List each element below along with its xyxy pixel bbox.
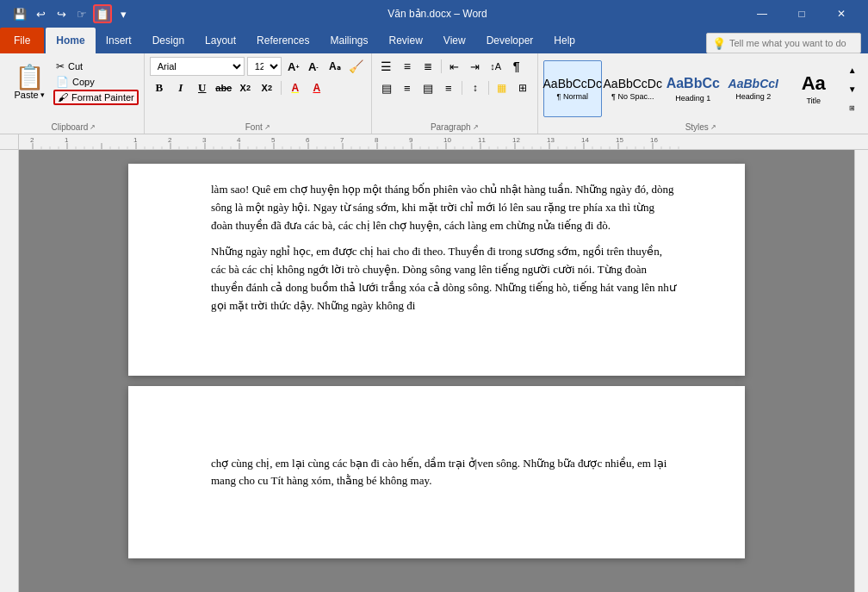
tab-layout[interactable]: Layout <box>195 28 246 53</box>
style-normal-label: ¶ Normal <box>557 92 588 101</box>
style-heading1[interactable]: AaBbCc Heading 1 <box>664 60 722 117</box>
style-title-label: Title <box>806 97 821 105</box>
tab-design[interactable]: Design <box>142 28 195 53</box>
superscript-button[interactable]: X2 <box>257 78 276 97</box>
styles-group: AaBbCcDc ¶ Normal AaBbCcDc ¶ No Spac... … <box>538 53 864 134</box>
italic-button[interactable]: I <box>171 78 190 97</box>
align-left-button[interactable]: ▤ <box>377 78 396 97</box>
style-heading2-preview: AaBbCcI <box>728 77 778 91</box>
style-normal[interactable]: AaBbCcDc ¶ Normal <box>543 60 602 117</box>
line-spacing-button[interactable]: ↕ <box>466 78 485 97</box>
borders-button[interactable]: ⊞ <box>513 78 532 97</box>
tab-insert[interactable]: Insert <box>96 28 142 53</box>
format-painter-button[interactable]: 🖌 Format Painter <box>53 90 139 105</box>
tab-help[interactable]: Help <box>543 28 586 53</box>
styles-scroll-down-button[interactable]: ▼ <box>846 80 859 97</box>
paragraph-3: chợ cùng chị, em lại cùng các bạn đi cào… <box>211 455 676 491</box>
strikethrough-button[interactable]: abc <box>214 78 233 97</box>
tab-developer[interactable]: Developer <box>476 28 544 53</box>
tab-review[interactable]: Review <box>378 28 432 53</box>
copy-button[interactable]: 📄 Copy <box>53 74 139 90</box>
ribbon-search-bar[interactable]: 💡 <box>706 33 861 53</box>
ruler-horizontal[interactable] <box>19 134 868 149</box>
ruler-side-left <box>0 134 19 149</box>
clipboard-group: 📋 Paste ▾ ✂ Cut 📄 Copy 🖌 Format Painter <box>3 53 145 134</box>
tab-home[interactable]: Home <box>46 28 95 53</box>
window-controls: — □ ✕ <box>742 0 861 28</box>
tab-mailings[interactable]: Mailings <box>319 28 378 53</box>
style-no-spacing[interactable]: AaBbCcDc ¶ No Spac... <box>604 60 662 117</box>
style-heading2[interactable]: AaBbCcI Heading 2 <box>724 60 783 117</box>
save-button[interactable]: 💾 <box>10 4 29 23</box>
more-commands-button[interactable]: ▾ <box>114 4 133 23</box>
sort-button[interactable]: ↕A <box>487 57 505 76</box>
paragraph-2: Những ngày nghỉ học, em được chị hai cho… <box>211 243 676 315</box>
align-right-button[interactable]: ▤ <box>418 78 437 97</box>
format-painter-qat-button[interactable]: 📋 <box>93 4 112 23</box>
paste-button[interactable]: 📋 Paste ▾ <box>9 57 50 109</box>
paragraph-group-content: ☰ ≡ ≣ ⇤ ⇥ ↕A ¶ ▤ ≡ ▤ ≡ ↕ ▦ ⊞ <box>377 57 532 121</box>
decrease-font-size-button[interactable]: A- <box>304 57 323 76</box>
font-size-buttons: A+ A- <box>284 57 323 76</box>
decrease-indent-button[interactable]: ⇤ <box>445 57 464 76</box>
font-size-select[interactable]: 12 <box>247 57 282 76</box>
numbered-list-button[interactable]: ≡ <box>398 57 417 76</box>
tab-references[interactable]: References <box>246 28 319 53</box>
style-no-spacing-preview: AaBbCcDc <box>604 77 662 91</box>
clipboard-group-content: 📋 Paste ▾ ✂ Cut 📄 Copy 🖌 Format Painter <box>9 57 139 121</box>
change-case-button[interactable]: Aₐ <box>326 57 344 76</box>
subscript-button[interactable]: X2 <box>236 78 255 97</box>
quick-access-toolbar: 💾 ↩ ↪ ☞ 📋 ▾ <box>10 4 133 23</box>
underline-button[interactable]: U <box>193 78 212 97</box>
font-group: Arial 12 A+ A- Aₐ 🧹 B I U abc X2 X2 <box>145 53 372 134</box>
font-group-content: Arial 12 A+ A- Aₐ 🧹 B I U abc X2 X2 <box>150 57 366 121</box>
shading-button[interactable]: ▦ <box>493 78 512 97</box>
font-family-select[interactable]: Arial <box>150 57 245 76</box>
page-1-text[interactable]: làm sao! Quê em chợ huyện họp một tháng … <box>211 181 676 315</box>
font-expand-icon[interactable]: ↗ <box>264 123 270 131</box>
style-title[interactable]: Aa Title <box>784 60 843 117</box>
font-group-label: Font ↗ <box>150 121 366 134</box>
align-center-button[interactable]: ≡ <box>398 78 417 97</box>
minimize-button[interactable]: — <box>742 0 782 28</box>
font-color-button[interactable]: A <box>307 78 326 97</box>
style-heading1-label: Heading 1 <box>675 94 710 103</box>
style-heading1-preview: AaBbCc <box>666 75 720 91</box>
tab-file[interactable]: File <box>0 28 44 53</box>
redo-button[interactable]: ↪ <box>52 4 71 23</box>
bullet-list-button[interactable]: ☰ <box>377 57 396 76</box>
tab-view[interactable]: View <box>433 28 476 53</box>
increase-indent-button[interactable]: ⇥ <box>466 57 485 76</box>
document-scroll-area[interactable]: làm sao! Quê em chợ huyện họp một tháng … <box>19 150 854 592</box>
bold-button[interactable]: B <box>150 78 169 97</box>
ruler-vertical <box>0 150 19 592</box>
styles-more-button[interactable]: ⊞ <box>846 99 859 116</box>
justify-button[interactable]: ≡ <box>439 78 458 97</box>
clipboard-expand-icon[interactable]: ↗ <box>90 123 96 131</box>
ribbon-search-input[interactable] <box>729 38 850 48</box>
multilevel-list-button[interactable]: ≣ <box>418 57 437 76</box>
para-divider-2 <box>462 81 462 95</box>
style-normal-preview: AaBbCcDc <box>543 77 602 91</box>
show-paragraph-marks-button[interactable]: ¶ <box>507 57 526 76</box>
format-painter-label: Format Painter <box>71 92 134 103</box>
cursor-mode-button[interactable]: ☞ <box>72 4 91 23</box>
undo-button[interactable]: ↩ <box>31 4 50 23</box>
scrollbar-vertical[interactable] <box>854 150 868 592</box>
page-2-text[interactable]: chợ cùng chị, em lại cùng các bạn đi cào… <box>211 455 676 491</box>
maximize-button[interactable]: □ <box>782 0 822 28</box>
text-highlight-button[interactable]: A <box>286 78 305 97</box>
cut-button[interactable]: ✂ Cut <box>53 59 139 74</box>
paragraph-group: ☰ ≡ ≣ ⇤ ⇥ ↕A ¶ ▤ ≡ ▤ ≡ ↕ ▦ ⊞ <box>372 53 538 134</box>
paste-dropdown-icon[interactable]: ▾ <box>40 90 45 99</box>
cut-icon: ✂ <box>56 60 65 72</box>
styles-scroll-up-button[interactable]: ▲ <box>846 61 859 78</box>
paragraph-group-label: Paragraph ↗ <box>377 121 532 134</box>
clipboard-small-buttons: ✂ Cut 📄 Copy 🖌 Format Painter <box>53 57 139 105</box>
clear-formatting-button[interactable]: 🧹 <box>347 57 366 76</box>
styles-expand-icon[interactable]: ↗ <box>710 123 716 131</box>
close-button[interactable]: ✕ <box>822 0 861 28</box>
paragraph-expand-icon[interactable]: ↗ <box>473 123 479 131</box>
style-title-preview: Aa <box>802 72 826 95</box>
increase-font-size-button[interactable]: A+ <box>284 57 303 76</box>
